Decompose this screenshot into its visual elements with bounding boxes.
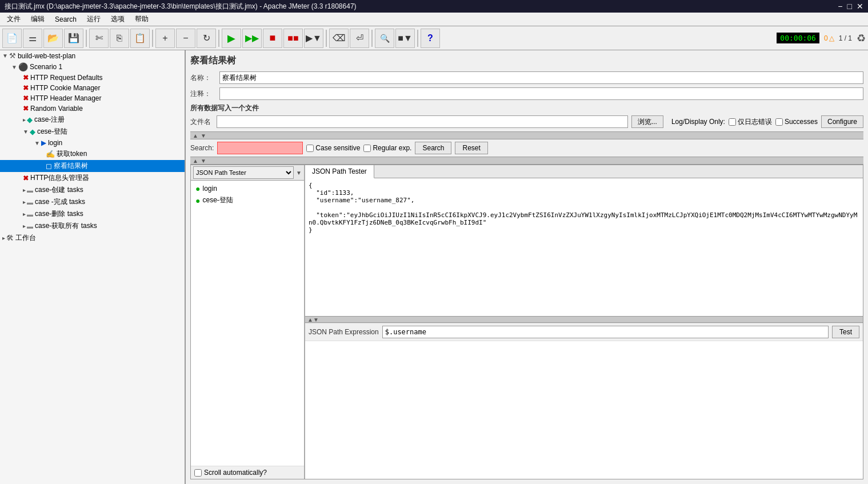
tree-toggle-1[interactable]: ▼ <box>11 64 17 70</box>
tree-item-case-delete-tasks[interactable]: ▸ ▬ case-删除 tasks <box>0 208 185 220</box>
tree-toggle-7[interactable]: ▼ <box>23 129 29 135</box>
menu-options[interactable]: 选项 <box>106 13 129 25</box>
case-sensitive-checkbox[interactable] <box>306 145 314 152</box>
tree-item-login[interactable]: ▼ ▶ login <box>0 138 185 148</box>
reset-button[interactable]: Reset <box>455 142 487 154</box>
json-path-input[interactable] <box>382 326 829 338</box>
divider-arrow-up[interactable]: ▲ <box>193 133 198 139</box>
transaction-gray-icon-1: ▬ <box>27 187 33 194</box>
toolbar-clear-all[interactable]: ⏎ <box>350 29 369 48</box>
menu-help[interactable]: 帮助 <box>130 13 153 25</box>
tree-item-random-variable[interactable]: ✖ Random Variable <box>0 103 185 114</box>
minimize-button[interactable]: − <box>838 2 842 11</box>
toolbar-shutdown[interactable]: ■■ <box>283 29 303 48</box>
tree-toggle-14[interactable]: ▸ <box>23 211 26 217</box>
divider-arrow-down[interactable]: ▼ <box>201 133 206 139</box>
tree-toggle-12[interactable]: ▸ <box>23 187 26 193</box>
tree-item-view-results[interactable]: ◻ 察看结果树 <box>0 160 185 172</box>
name-input[interactable] <box>219 71 863 84</box>
toolbar-remote-start[interactable]: ▶▼ <box>304 29 323 48</box>
tree-label-11: HTTP信息头管理器 <box>30 173 89 183</box>
regular-exp-item: Regular exp. <box>363 144 411 152</box>
configure-button[interactable]: Configure <box>821 115 863 128</box>
result-item-login[interactable]: ● login <box>193 183 302 194</box>
tree-toggle-0[interactable]: ▼ <box>2 53 8 59</box>
tree-label-7: cese-登陆 <box>37 127 67 137</box>
close-button[interactable]: ✕ <box>857 2 863 11</box>
scroll-auto-checkbox[interactable] <box>194 469 202 477</box>
file-label: 文件名 <box>190 117 213 127</box>
toolbar-toggle[interactable]: ↻ <box>197 29 216 48</box>
toolbar-start[interactable]: ▶ <box>222 29 241 48</box>
json-divider-arrow-up[interactable]: ▲ <box>307 317 313 323</box>
comment-input[interactable] <box>219 87 863 100</box>
toolbar-copy[interactable]: ⎘ <box>110 29 129 48</box>
timer-display: 00:00:06 <box>777 33 819 43</box>
menu-search[interactable]: Search <box>50 14 81 25</box>
toolbar-start-no-pause[interactable]: ▶▶ <box>242 29 262 48</box>
regular-exp-checkbox[interactable] <box>363 145 371 152</box>
tree-item-case-create-tasks[interactable]: ▸ ▬ case-创建 tasks <box>0 184 185 196</box>
toolbar-templates[interactable]: ⚌ <box>23 29 42 48</box>
toolbar-save[interactable]: 💾 <box>64 29 83 48</box>
tree-item-cese-login[interactable]: ▼ ◆ cese-登陆 <box>0 126 185 138</box>
toolbar-help[interactable]: ? <box>421 29 440 48</box>
test-button[interactable]: Test <box>832 326 859 338</box>
tree-toggle-16[interactable]: ▸ <box>2 235 5 241</box>
successes-checkbox[interactable] <box>775 118 783 126</box>
result-item-cese-login[interactable]: ● cese-登陆 <box>193 194 302 206</box>
menu-run[interactable]: 运行 <box>82 13 105 25</box>
tree-item-get-token[interactable]: ✍ 获取token <box>0 148 185 160</box>
tree-toggle-15[interactable]: ▸ <box>23 223 26 229</box>
search-button[interactable]: Search <box>415 142 451 154</box>
loop-icon: ♻ <box>857 32 866 45</box>
tree-toggle-6[interactable]: ▸ <box>23 117 26 123</box>
tree-item-http-info-manager[interactable]: ✖ HTTP信息头管理器 <box>0 172 185 184</box>
toolbar-paste[interactable]: 📋 <box>130 29 150 48</box>
result-tree-dropdown[interactable]: JSON Path Tester <box>193 166 294 179</box>
tree-item-http-header-manager[interactable]: ✖ HTTP Header Manager <box>0 93 185 103</box>
scroll-auto-label: Scroll automatically? <box>204 469 267 477</box>
all-data-title: 所有数据写入一个文件 <box>190 103 863 113</box>
json-divider-arrow-down[interactable]: ▼ <box>313 317 319 323</box>
transaction-gray-icon-4: ▬ <box>27 223 33 230</box>
toolbar-remote-stop[interactable]: ■▼ <box>395 29 415 48</box>
tree-toggle-8[interactable]: ▼ <box>34 140 40 146</box>
regular-exp-label: Regular exp. <box>373 144 411 152</box>
search-input[interactable] <box>217 142 303 154</box>
tree-item-workbench[interactable]: ▸ 🛠 工作台 <box>0 232 185 244</box>
tree-item-case-register[interactable]: ▸ ◆ case-注册 <box>0 114 185 126</box>
tree-label-3: HTTP Cookie Manager <box>30 84 101 92</box>
tree-toggle-13[interactable]: ▸ <box>23 199 26 205</box>
maximize-button[interactable]: □ <box>847 2 852 11</box>
scroll-auto-row: Scroll automatically? <box>191 466 304 479</box>
menu-edit[interactable]: 编辑 <box>26 13 49 25</box>
menu-file[interactable]: 文件 <box>2 13 25 25</box>
toolbar-collapse[interactable]: − <box>176 29 195 48</box>
transaction-icon-2: ◆ <box>30 127 35 136</box>
toolbar-open[interactable]: 📂 <box>43 29 63 48</box>
config-icon-5: ✖ <box>23 174 29 182</box>
errors-checkbox[interactable] <box>729 118 736 126</box>
toolbar-cut[interactable]: ✄ <box>89 29 109 48</box>
successes-checkbox-item: Successes <box>775 118 818 126</box>
json-path-tester-tab[interactable]: JSON Path Tester <box>305 165 374 178</box>
toolbar-clear[interactable]: ⌫ <box>329 29 349 48</box>
divider2-arrow-up[interactable]: ▲ <box>193 158 198 164</box>
toolbar-stop[interactable]: ■ <box>263 29 282 48</box>
toolbar-sep-5 <box>371 30 373 47</box>
file-input[interactable] <box>217 115 628 128</box>
tree-item-case-complete-tasks[interactable]: ▸ ▬ case -完成 tasks <box>0 196 185 208</box>
tree-item-scenario1[interactable]: ▼ ⚫ Scenario 1 <box>0 61 185 73</box>
toolbar-new[interactable]: 📄 <box>2 29 22 48</box>
tree-item-build-web-test-plan[interactable]: ▼ ⚒ build-web-test-plan <box>0 50 185 61</box>
tree-item-http-cookie-manager[interactable]: ✖ HTTP Cookie Manager <box>0 83 185 93</box>
toolbar-search[interactable]: 🔍 <box>375 29 394 48</box>
tree-item-http-request-defaults[interactable]: ✖ HTTP Request Defaults <box>0 73 185 83</box>
divider-2: ▲ ▼ <box>190 157 863 165</box>
browse-button[interactable]: 浏览... <box>631 115 663 128</box>
bottom-split: JSON Path Tester ▼ ● login ● cese-登陆 <box>190 165 863 479</box>
divider2-arrow-down[interactable]: ▼ <box>201 158 206 164</box>
toolbar-expand[interactable]: + <box>155 29 175 48</box>
tree-item-case-get-all-tasks[interactable]: ▸ ▬ case-获取所有 tasks <box>0 220 185 232</box>
